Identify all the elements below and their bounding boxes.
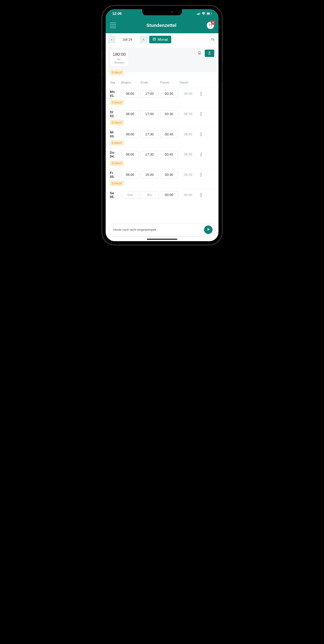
day-label: Di 02. (110, 110, 119, 118)
controls-row: ‹ Juli 24 › Monat TS (106, 33, 219, 46)
page-title: Stundenzettel (146, 23, 176, 28)
pause-input[interactable]: 00:30 (160, 110, 178, 118)
svg-rect-5 (207, 13, 210, 14)
upload-icon (208, 51, 211, 56)
day-label: Fr 05. (110, 171, 119, 179)
day-label: Do 04. (110, 151, 119, 158)
pause-input[interactable]: 00:45 (160, 131, 178, 138)
duration-value: 06:30 (180, 173, 197, 177)
table-row: Sa 06. Von Bis 00:00 00:00 (108, 188, 216, 201)
chevron-right-icon: › (143, 38, 144, 42)
pause-input[interactable]: 00:30 (160, 171, 178, 178)
begin-input[interactable]: 08:00 (121, 131, 139, 138)
end-input[interactable]: Bis (141, 191, 158, 198)
calendar-icon (153, 38, 156, 42)
col-end: Ende (141, 80, 158, 84)
svg-rect-0 (197, 14, 197, 15)
actual-hours-label: Ist- Stunden (113, 58, 126, 64)
duration-value: 08:30 (180, 92, 197, 96)
summary-card: 180:00 Ist- Stunden (108, 48, 216, 72)
clockin-bar: Heute noch nicht eingestempelt (109, 223, 215, 236)
pause-input[interactable]: 00:30 (160, 90, 178, 98)
duration-value: 08:45 (180, 152, 197, 156)
day-label: Mi 03. (110, 130, 119, 138)
row-menu-button[interactable] (198, 112, 204, 116)
month-label[interactable]: Juli 24 (115, 36, 140, 43)
table-row: Di 02. 08:00 17:00 00:30 08:30 Entwurf (108, 107, 216, 128)
signal-icon (197, 12, 201, 15)
begin-input[interactable]: Von (121, 191, 139, 198)
row-draft-badge: Entwurf (110, 160, 124, 166)
col-begin: Beginn (121, 80, 139, 84)
clockin-button[interactable] (204, 226, 213, 234)
col-day: Tag (110, 80, 119, 84)
pause-input[interactable]: 00:00 (160, 191, 178, 198)
svg-rect-6 (211, 13, 212, 14)
svg-rect-2 (199, 13, 199, 15)
actual-hours-value: 180:00 (113, 52, 126, 57)
end-input[interactable]: 17:00 (141, 110, 158, 118)
svg-rect-14 (198, 52, 201, 54)
begin-input[interactable]: 08:00 (121, 90, 139, 98)
row-menu-button[interactable] (198, 193, 204, 197)
battery-icon (207, 12, 212, 15)
prev-month-button[interactable]: ‹ (108, 36, 115, 43)
svg-rect-1 (198, 14, 198, 15)
app-header: Stundenzettel TS 6 (106, 18, 219, 33)
row-menu-button[interactable] (198, 173, 204, 176)
end-input[interactable]: 15:00 (141, 171, 158, 178)
row-menu-button[interactable] (198, 153, 204, 156)
day-label: Sa 06. (110, 191, 119, 199)
begin-input[interactable]: 08:00 (121, 171, 139, 178)
svg-rect-11 (153, 39, 154, 40)
svg-rect-13 (155, 39, 155, 40)
end-input[interactable]: 17:00 (141, 90, 158, 98)
row-draft-badge: Entwurf (110, 181, 124, 186)
play-icon (206, 228, 210, 232)
row-menu-button[interactable] (198, 132, 204, 136)
view-mode-button[interactable]: Monat (149, 36, 171, 43)
duration-value: 00:00 (180, 193, 197, 197)
svg-rect-7 (153, 38, 156, 40)
end-input[interactable]: 17:30 (141, 151, 158, 158)
col-pause: Pause (160, 80, 178, 84)
actual-hours-box: 180:00 Ist- Stunden (110, 50, 129, 66)
summary-draft-badge: Entwurf (110, 70, 124, 75)
pause-input[interactable]: 00:45 (160, 151, 178, 158)
profile-button[interactable]: TS 6 (207, 22, 214, 29)
view-mode-label: Monat (158, 38, 168, 42)
clockin-status-text: Heute noch nicht eingestempelt (113, 228, 156, 232)
begin-input[interactable]: 08:00 (121, 110, 139, 118)
svg-rect-12 (154, 39, 155, 40)
clear-date-button[interactable] (196, 50, 203, 57)
svg-rect-3 (200, 12, 200, 15)
begin-input[interactable]: 08:00 (121, 151, 139, 158)
menu-button[interactable] (110, 22, 116, 28)
chevron-left-icon: ‹ (111, 38, 112, 42)
upload-button[interactable] (205, 50, 214, 57)
col-duration: Dauer (180, 80, 197, 84)
table-row: Fr 05. 08:00 15:00 00:30 06:30 Entwurf (108, 168, 216, 188)
timesheet-table: Tag Beginn Ende Pause Dauer Mo 01. 08:00… (108, 77, 216, 201)
row-draft-badge: Entwurf (110, 140, 124, 146)
notification-badge: 6 (211, 20, 215, 25)
row-draft-badge: Entwurf (110, 120, 124, 125)
status-time: 12:06 (112, 12, 122, 16)
row-draft-badge: Entwurf (110, 100, 124, 105)
user-filter-button[interactable]: TS (209, 36, 216, 43)
month-navigator: ‹ Juli 24 › (108, 36, 147, 43)
calendar-x-icon (198, 51, 201, 55)
end-input[interactable]: 17:30 (141, 131, 158, 138)
table-header: Tag Beginn Ende Pause Dauer (108, 77, 216, 87)
day-label: Mo 01. (110, 90, 119, 98)
table-row: Mi 03. 08:00 17:30 00:45 08:45 Entwurf (108, 128, 216, 148)
row-menu-button[interactable] (198, 92, 204, 96)
table-row: Do 04. 08:00 17:30 00:45 08:45 Entwurf (108, 148, 216, 168)
duration-value: 08:45 (180, 132, 197, 136)
duration-value: 08:30 (180, 112, 197, 116)
next-month-button[interactable]: › (140, 36, 147, 43)
table-row: Mo 01. 08:00 17:00 00:30 08:30 Entwurf (108, 87, 216, 107)
svg-marker-21 (208, 228, 210, 231)
wifi-icon (202, 12, 205, 15)
